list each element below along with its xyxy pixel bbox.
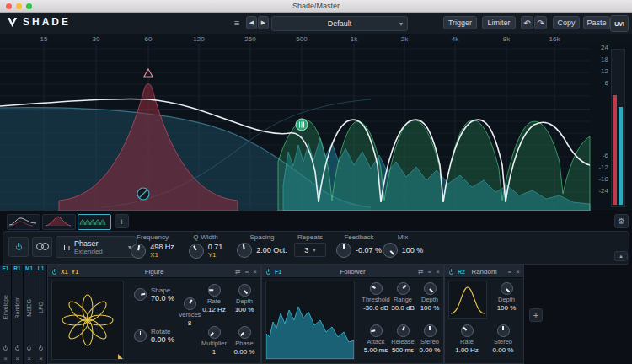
window-titlebar[interactable]: Shade/Master <box>0 0 632 13</box>
add-band-button[interactable]: + <box>115 214 129 228</box>
spacing-value[interactable]: 2.00 Oct. <box>256 246 287 254</box>
follower-range-value[interactable]: 30.0 dB <box>391 304 415 312</box>
mod-tab-power-button[interactable] <box>12 345 23 351</box>
mod-tab-random[interactable]: R1 Random × <box>12 265 24 364</box>
random-rate-value[interactable]: 1.00 Hz <box>455 346 479 354</box>
meter-icon[interactable]: ⇄ <box>418 268 424 276</box>
mod-tab-envelope[interactable]: E1 Envelope × <box>0 265 12 364</box>
follower-mod-id[interactable]: F1 <box>275 269 281 275</box>
band-thumbnail-1[interactable] <box>7 214 40 230</box>
random-stereo-value[interactable]: 0.00 % <box>493 346 514 354</box>
follower-attack-knob[interactable] <box>370 324 383 337</box>
figure-shape-knob[interactable] <box>134 288 147 301</box>
figure-depth-value[interactable]: 100 % <box>235 306 254 313</box>
undo-icon[interactable]: ↶ <box>521 16 533 29</box>
figure-vertices-value[interactable]: 8 <box>188 319 191 327</box>
close-icon[interactable]: × <box>436 268 440 276</box>
follower-range-knob[interactable] <box>397 282 410 295</box>
mod-tab-lfo[interactable]: L1 LFO × <box>35 265 47 364</box>
follower-stereo-value[interactable]: 0.00 % <box>420 346 441 354</box>
mod-tab-close-icon[interactable]: × <box>0 355 11 362</box>
follower-threshold-knob[interactable] <box>370 282 383 295</box>
figure-vertices-knob[interactable] <box>184 297 196 310</box>
mod-tab-close-icon[interactable]: × <box>24 355 35 362</box>
figure-mod-id-x[interactable]: X1 <box>61 269 68 275</box>
band-thumbnail-3-selected[interactable] <box>78 214 111 230</box>
close-icon[interactable]: × <box>253 268 257 276</box>
lowpass-band-handle[interactable] <box>137 188 149 200</box>
prev-preset-button[interactable]: ◀ <box>246 16 257 29</box>
limiter-button[interactable]: Limiter <box>482 16 516 29</box>
follower-attack-value[interactable]: 5.00 ms <box>364 346 388 354</box>
close-window-button[interactable] <box>6 3 12 9</box>
copy-button[interactable]: Copy <box>553 16 580 29</box>
follower-stereo-knob[interactable] <box>424 324 437 337</box>
menu-icon[interactable]: ≡ <box>428 268 432 276</box>
random-rate-knob[interactable] <box>461 324 474 337</box>
figure-rate-value[interactable]: 0.12 Hz <box>202 306 226 313</box>
frequency-value[interactable]: 498 Hz <box>150 243 174 251</box>
figure-multiplier-knob[interactable] <box>208 326 221 339</box>
figure-rate-knob[interactable] <box>208 284 221 297</box>
mix-knob[interactable] <box>383 243 398 258</box>
follower-power-button[interactable] <box>265 264 271 279</box>
qwidth-knob[interactable] <box>189 244 204 259</box>
figure-xy-pad[interactable] <box>51 281 124 360</box>
mod-tab-close-icon[interactable]: × <box>35 355 46 362</box>
preset-selector[interactable]: Default ▾ <box>271 16 408 31</box>
mix-value[interactable]: 100 % <box>402 246 424 254</box>
redo-icon[interactable]: ↷ <box>534 16 547 29</box>
menu-icon[interactable]: ≡ <box>508 268 512 276</box>
qwidth-mod-source[interactable]: Y1 <box>208 251 217 259</box>
mod-tab-power-button[interactable] <box>24 345 35 351</box>
trigger-button[interactable]: Trigger <box>443 16 477 29</box>
frequency-mod-source[interactable]: X1 <box>150 251 158 259</box>
repeats-dropdown[interactable]: 3 ▾ <box>294 243 326 257</box>
collapse-panel-button[interactable]: ▴ <box>614 251 628 261</box>
figure-phase-value[interactable]: 0.00 % <box>234 348 255 356</box>
follower-threshold-value[interactable]: -30.0 dB <box>363 304 388 312</box>
figure-rotate-value[interactable]: 0.00 % <box>151 335 174 344</box>
zoom-window-button[interactable] <box>26 3 32 9</box>
band-thumbnail-2[interactable] <box>42 214 76 230</box>
mod-tab-power-button[interactable] <box>0 345 11 351</box>
eq-display-canvas[interactable] <box>0 44 632 211</box>
random-stereo-knob[interactable] <box>497 324 510 337</box>
feedback-value[interactable]: -0.07 % <box>356 246 382 254</box>
qwidth-value[interactable]: 0.71 <box>208 243 223 251</box>
mod-tab-close-icon[interactable]: × <box>12 355 23 362</box>
minimize-window-button[interactable] <box>16 3 22 9</box>
figure-depth-knob[interactable] <box>238 284 251 297</box>
resize-handle-icon[interactable] <box>118 354 123 359</box>
band-power-button[interactable] <box>8 237 29 257</box>
next-preset-button[interactable]: ▶ <box>258 16 269 29</box>
spacing-knob[interactable] <box>237 243 252 258</box>
paste-button[interactable]: Paste <box>583 16 610 29</box>
stereo-link-button[interactable] <box>32 237 52 257</box>
figure-rotate-knob[interactable] <box>134 329 147 342</box>
mod-tab-power-button[interactable] <box>35 345 46 351</box>
feedback-knob[interactable] <box>336 243 351 258</box>
random-curve-display[interactable] <box>448 281 487 319</box>
random-mod-id[interactable]: R2 <box>458 269 465 275</box>
menu-icon[interactable]: ≡ <box>231 16 243 29</box>
figure-mod-id-y[interactable]: Y1 <box>72 269 79 275</box>
follower-release-value[interactable]: 500 ms <box>392 346 414 354</box>
comb-band-handle[interactable] <box>296 119 308 131</box>
figure-power-button[interactable] <box>51 264 57 279</box>
figure-shape-value[interactable]: 70.0 % <box>151 294 174 302</box>
follower-depth-knob[interactable] <box>424 282 437 295</box>
random-depth-knob[interactable] <box>501 282 513 295</box>
figure-multiplier-value[interactable]: 1 <box>212 348 216 356</box>
menu-icon[interactable]: ≡ <box>245 268 249 276</box>
follower-release-knob[interactable] <box>397 324 410 337</box>
add-modulator-button[interactable]: + <box>529 308 543 322</box>
follower-waveform-display[interactable] <box>265 281 355 360</box>
random-depth-value[interactable]: 100 % <box>497 304 517 312</box>
figure-phase-knob[interactable] <box>238 326 251 339</box>
settings-gear-icon[interactable]: ⚙ <box>614 214 629 228</box>
swap-axes-icon[interactable]: ⇄ <box>235 268 241 276</box>
uvi-logo[interactable]: UVI <box>610 15 629 32</box>
mod-tab-mseg[interactable]: M1 MSEG × <box>24 265 35 364</box>
random-power-button[interactable] <box>448 264 454 279</box>
